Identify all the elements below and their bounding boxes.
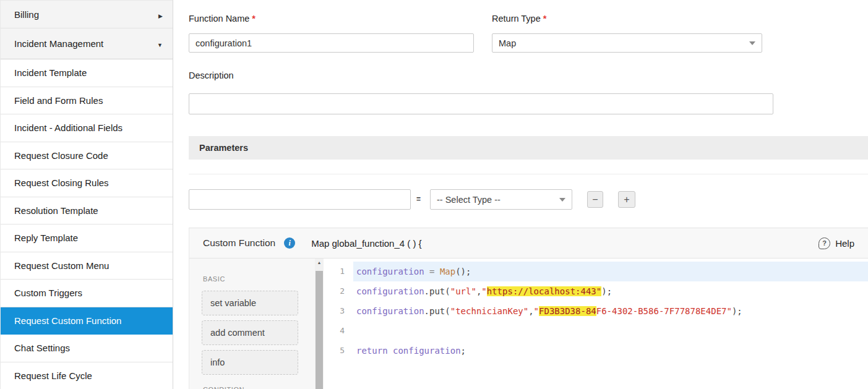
sidebar-group-incident-management[interactable]: Incident Management bbox=[1, 28, 173, 59]
code-token: ); bbox=[732, 306, 742, 316]
return-type-label: Return Type bbox=[492, 14, 546, 24]
sidebar-item-label: Request Life Cycle bbox=[14, 370, 92, 381]
app-root: Billing Incident Management Incident Tem… bbox=[0, 0, 868, 389]
function-name-input[interactable] bbox=[189, 33, 474, 53]
return-type-value: Map bbox=[499, 38, 516, 48]
line-number: 5 bbox=[324, 341, 345, 361]
code-token: configuration bbox=[356, 286, 424, 296]
custom-function-header: Custom Function Map global_function_4 ( … bbox=[189, 228, 868, 259]
sidebar-item-label: Field and Form Rules bbox=[14, 95, 103, 106]
sidebar-item-label: Incident Template bbox=[14, 67, 87, 78]
code-token: ); bbox=[601, 286, 612, 296]
code-token: " bbox=[481, 286, 486, 296]
code-token: configuration bbox=[356, 306, 424, 316]
description-label: Description bbox=[189, 71, 234, 80]
parameter-type-value: -- Select Type -- bbox=[437, 195, 501, 205]
sidebar-item-label: Request Closing Rules bbox=[14, 177, 109, 188]
line-number: 2 bbox=[324, 281, 345, 301]
toolbox-section-title: BASIC bbox=[203, 275, 315, 283]
code-line[interactable]: configuration = Map(); bbox=[353, 262, 868, 281]
sidebar-items: Incident TemplateField and Form RulesInc… bbox=[1, 59, 173, 389]
help-button[interactable]: Help bbox=[819, 237, 854, 249]
line-number: 3 bbox=[324, 301, 345, 321]
line-number-gutter: 12345 bbox=[324, 259, 353, 389]
function-signature: Map global_function_4 ( ) { bbox=[311, 238, 421, 249]
function-name-label: Function Name bbox=[189, 14, 256, 24]
sidebar-item-chat-settings[interactable]: Chat Settings bbox=[1, 335, 173, 362]
code-token: .put( bbox=[424, 286, 450, 296]
parameters-title: Parameters bbox=[199, 143, 248, 153]
code-token: (); bbox=[455, 267, 471, 276]
chevron-down-icon bbox=[559, 198, 565, 202]
info-icon[interactable] bbox=[284, 237, 295, 249]
sidebar-item-label: Request Closure Code bbox=[14, 150, 108, 161]
question-bubble-icon bbox=[819, 237, 830, 249]
parameters-section-header: Parameters bbox=[189, 136, 868, 160]
parameter-name-input[interactable] bbox=[189, 189, 411, 210]
code-token: F6-4302-B586-7F77878E4DE7" bbox=[596, 306, 732, 316]
code-token: , bbox=[528, 306, 533, 316]
code-token: return bbox=[356, 346, 388, 356]
sidebar-item-label: Request Custom Function bbox=[14, 315, 121, 326]
scroll-up-icon[interactable] bbox=[315, 259, 324, 267]
sidebar: Billing Incident Management Incident Tem… bbox=[0, 0, 173, 389]
sidebar-item-incident-additional-fields[interactable]: Incident - Additional Fields bbox=[1, 114, 173, 142]
code-line[interactable]: return configuration; bbox=[353, 341, 868, 361]
sidebar-item-reply-template[interactable]: Reply Template bbox=[1, 224, 173, 252]
chevron-down-icon bbox=[157, 38, 163, 49]
sidebar-item-resolution-template[interactable]: Resolution Template bbox=[1, 197, 173, 225]
sidebar-item-request-custom-function[interactable]: Request Custom Function bbox=[1, 307, 173, 335]
code-token: ; bbox=[461, 346, 466, 356]
help-label: Help bbox=[835, 238, 854, 249]
divider bbox=[189, 174, 868, 174]
sidebar-item-incident-template[interactable]: Incident Template bbox=[1, 59, 173, 87]
toolbox-sections: BASICset variableadd commentinfoCONDITIO… bbox=[189, 259, 315, 389]
code-line[interactable]: configuration.put("url","https://localho… bbox=[353, 281, 868, 301]
custom-function-title: Custom Function bbox=[203, 237, 275, 249]
code-line[interactable]: configuration.put("technicianKey","FD3B3… bbox=[353, 301, 868, 321]
toolbox-section-title: CONDITION bbox=[203, 386, 315, 389]
return-type-select[interactable]: Map bbox=[492, 33, 762, 53]
code-token: configuration bbox=[356, 267, 424, 276]
sidebar-item-label: Chat Settings bbox=[14, 343, 70, 353]
highlighted-code-token: https://localhost:443" bbox=[487, 286, 601, 296]
sidebar-item-label: Reply Template bbox=[14, 233, 78, 243]
code-line[interactable] bbox=[353, 321, 868, 341]
equals-sign: = bbox=[416, 189, 421, 210]
sidebar-item-custom-triggers[interactable]: Custom Triggers bbox=[1, 280, 173, 307]
sidebar-group-label: Billing bbox=[14, 9, 39, 20]
sidebar-group-billing[interactable]: Billing bbox=[1, 1, 173, 28]
sidebar-item-label: Custom Triggers bbox=[14, 288, 82, 298]
toolbox-scrollbar[interactable] bbox=[315, 259, 324, 389]
sidebar-item-label: Request Custom Menu bbox=[14, 260, 109, 271]
scrollbar-thumb[interactable] bbox=[316, 271, 323, 389]
sidebar-item-field-and-form-rules[interactable]: Field and Form Rules bbox=[1, 87, 173, 115]
toolbox-button-add-comment[interactable]: add comment bbox=[202, 320, 298, 345]
chevron-right-icon bbox=[158, 9, 163, 20]
code-token: "technicianKey" bbox=[450, 306, 528, 316]
sidebar-item-request-closing-rules[interactable]: Request Closing Rules bbox=[1, 169, 173, 197]
code-editor: BASICset variableadd commentinfoCONDITIO… bbox=[189, 259, 868, 389]
highlighted-code-token: FD3B3D38-84 bbox=[539, 306, 596, 316]
sidebar-item-label: Resolution Template bbox=[14, 205, 98, 216]
toolbox-button-info[interactable]: info bbox=[202, 350, 298, 375]
code-area[interactable]: configuration = Map();configuration.put(… bbox=[353, 259, 868, 389]
toolbox-button-set-variable[interactable]: set variable bbox=[202, 291, 298, 315]
line-number: 1 bbox=[324, 262, 345, 281]
code-token: configuration bbox=[388, 346, 461, 356]
chevron-down-icon bbox=[749, 41, 755, 45]
add-parameter-button[interactable]: + bbox=[618, 191, 635, 208]
sidebar-item-request-closure-code[interactable]: Request Closure Code bbox=[1, 142, 173, 170]
sidebar-item-request-custom-menu[interactable]: Request Custom Menu bbox=[1, 252, 173, 280]
code-token: Map bbox=[440, 267, 455, 276]
description-input[interactable] bbox=[189, 93, 773, 114]
sidebar-item-request-life-cycle[interactable]: Request Life Cycle bbox=[1, 362, 173, 389]
parameter-type-select[interactable]: -- Select Type -- bbox=[430, 189, 572, 210]
sidebar-item-label: Incident - Additional Fields bbox=[14, 122, 122, 133]
code-token: .put( bbox=[424, 306, 450, 316]
line-number: 4 bbox=[324, 321, 345, 341]
code-token: " bbox=[534, 306, 539, 316]
remove-parameter-button[interactable]: − bbox=[587, 191, 603, 208]
code-token: "url" bbox=[450, 286, 476, 296]
sidebar-group-label: Incident Management bbox=[14, 38, 103, 49]
